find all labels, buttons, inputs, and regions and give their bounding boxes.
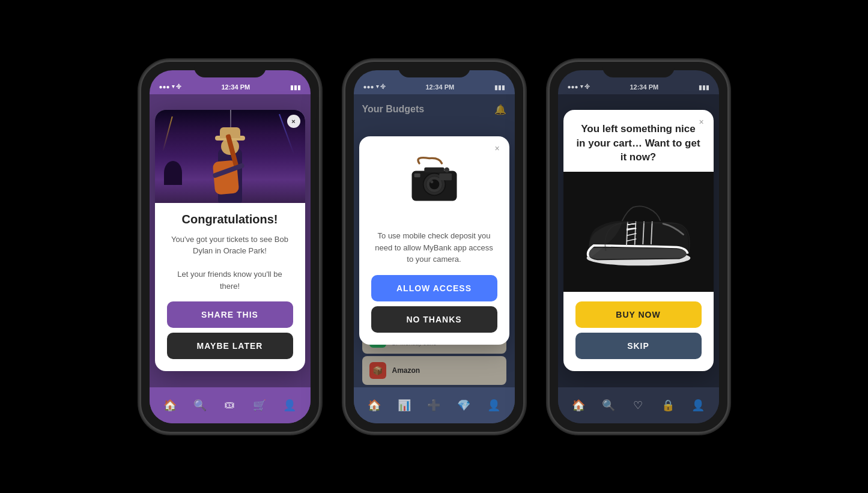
phone-notch-2 bbox=[398, 62, 470, 77]
no-thanks-button[interactable]: NO THANKS bbox=[371, 306, 497, 333]
svg-rect-7 bbox=[414, 174, 420, 178]
signal-dots-1: ●●● bbox=[159, 83, 170, 90]
status-left-1: ●●● ▾ 令 bbox=[159, 83, 182, 91]
svg-rect-5 bbox=[424, 168, 444, 172]
nav-home-3[interactable]: 🏠 bbox=[571, 398, 586, 413]
status-right-2: ▮▮▮ bbox=[494, 84, 505, 91]
nav-profile-3[interactable]: 👤 bbox=[691, 398, 705, 413]
nav-profile-2[interactable]: 👤 bbox=[487, 398, 501, 413]
cart-modal: × You left something nice in your cart… … bbox=[563, 110, 714, 371]
signal-dots-3: ●●● bbox=[568, 83, 578, 90]
camera-modal-content: To use mobile check deposit you need to … bbox=[359, 220, 509, 345]
nav-chart-2[interactable]: 📊 bbox=[397, 398, 411, 413]
nav-lock-3[interactable]: 🔒 bbox=[661, 398, 675, 413]
skip-button[interactable]: SKIP bbox=[575, 333, 702, 359]
status-time-2: 12:34 PM bbox=[425, 83, 454, 91]
signal-dots-2: ●●● bbox=[363, 83, 374, 90]
phone-screen-1: ●●● ▾ 令 12:34 PM ▮▮▮ bbox=[150, 70, 311, 423]
camera-modal-body: To use mobile check deposit you need to … bbox=[371, 230, 497, 265]
nav-search-3[interactable]: 🔍 bbox=[601, 398, 616, 413]
bottom-nav-2: 🏠 📊 ➕ 💎 👤 bbox=[354, 387, 515, 423]
battery-icon-1: ▮▮▮ bbox=[290, 84, 301, 91]
allow-access-button[interactable]: ALLOW ACCESS bbox=[371, 275, 497, 301]
status-right-1: ▮▮▮ bbox=[290, 84, 301, 91]
concert-modal-title: Congratulations! bbox=[167, 213, 293, 226]
battery-icon-3: ▮▮▮ bbox=[699, 84, 709, 91]
close-icon-1[interactable]: × bbox=[287, 115, 300, 128]
status-right-3: ▮▮▮ bbox=[699, 84, 709, 91]
bottom-nav-1: 🏠 🔍 🎟 🛒 👤 bbox=[150, 387, 311, 423]
phone-ecommerce: ●●● ▾ 令 12:34 PM ▮▮▮ × You left somethin… bbox=[548, 61, 729, 433]
nav-home-2[interactable]: 🏠 bbox=[367, 398, 381, 413]
nav-add-2[interactable]: ➕ bbox=[426, 398, 441, 413]
phone-notch-1 bbox=[194, 62, 266, 77]
nav-rewards-2[interactable]: 💎 bbox=[457, 398, 471, 413]
wifi-icon-1: ▾ 令 bbox=[172, 83, 182, 91]
phones-container: ●●● ▾ 令 12:34 PM ▮▮▮ bbox=[116, 37, 753, 457]
buy-now-button[interactable]: BUY NOW bbox=[575, 301, 702, 328]
status-time-1: 12:34 PM bbox=[221, 83, 250, 91]
phone-bank: ●●● ▾ 令 12:34 PM ▮▮▮ Your Budgets 🔔 ⛽ bbox=[344, 61, 524, 433]
nav-tickets-1[interactable]: 🎟 bbox=[222, 398, 237, 413]
nav-search-1[interactable]: 🔍 bbox=[193, 398, 207, 413]
nav-wishlist-3[interactable]: ♡ bbox=[631, 398, 645, 413]
svg-point-6 bbox=[444, 168, 449, 172]
status-left-3: ●●● ▾ 令 bbox=[568, 83, 590, 91]
concert-modal-content: Congratulations! You've got your tickets… bbox=[155, 203, 305, 372]
modal-overlay-2: × bbox=[354, 94, 515, 387]
modal-overlay-3: × You left something nice in your cart… … bbox=[558, 94, 719, 387]
phone-notch-3 bbox=[602, 62, 675, 77]
svg-point-4 bbox=[430, 181, 433, 184]
svg-rect-8 bbox=[439, 174, 452, 181]
nav-cart-1[interactable]: 🛒 bbox=[252, 398, 267, 413]
concert-image: × bbox=[155, 110, 305, 203]
phone-concert: ●●● ▾ 令 12:34 PM ▮▮▮ bbox=[140, 61, 320, 433]
share-this-button[interactable]: SHARE THIS bbox=[167, 301, 293, 328]
nav-home-1[interactable]: 🏠 bbox=[163, 398, 177, 413]
phone-screen-2: ●●● ▾ 令 12:34 PM ▮▮▮ Your Budgets 🔔 ⛽ bbox=[354, 70, 515, 423]
camera-modal: × bbox=[359, 136, 509, 345]
concert-modal: × Congratulations! You've got your ticke… bbox=[155, 110, 305, 372]
status-left-2: ●●● ▾ 令 bbox=[363, 83, 386, 91]
camera-image bbox=[359, 136, 509, 220]
battery-icon-2: ▮▮▮ bbox=[494, 84, 505, 91]
shoe-svg bbox=[578, 187, 699, 277]
close-icon-3[interactable]: × bbox=[696, 116, 708, 128]
concert-modal-body: You've got your tickets to see Bob Dylan… bbox=[167, 234, 293, 292]
close-icon-2[interactable]: × bbox=[491, 142, 503, 154]
nav-profile-1[interactable]: 👤 bbox=[282, 398, 297, 413]
wifi-icon-3: ▾ 令 bbox=[580, 83, 590, 91]
shoe-image bbox=[563, 172, 714, 292]
phone-screen-3: ●●● ▾ 令 12:34 PM ▮▮▮ × You left somethin… bbox=[558, 70, 719, 423]
maybe-later-button[interactable]: MAYBE LATER bbox=[167, 333, 293, 359]
bottom-nav-3: 🏠 🔍 ♡ 🔒 👤 bbox=[558, 387, 719, 423]
camera-svg bbox=[404, 151, 464, 205]
cart-modal-content: BUY NOW SKIP bbox=[563, 292, 714, 371]
cart-modal-header: You left something nice in your cart… Wa… bbox=[563, 110, 714, 165]
cart-modal-title: You left something nice in your cart… Wa… bbox=[575, 122, 702, 165]
status-time-3: 12:34 PM bbox=[630, 83, 658, 91]
modal-overlay-1: × Congratulations! You've got your ticke… bbox=[150, 94, 311, 387]
wifi-icon-2: ▾ 令 bbox=[376, 83, 386, 91]
